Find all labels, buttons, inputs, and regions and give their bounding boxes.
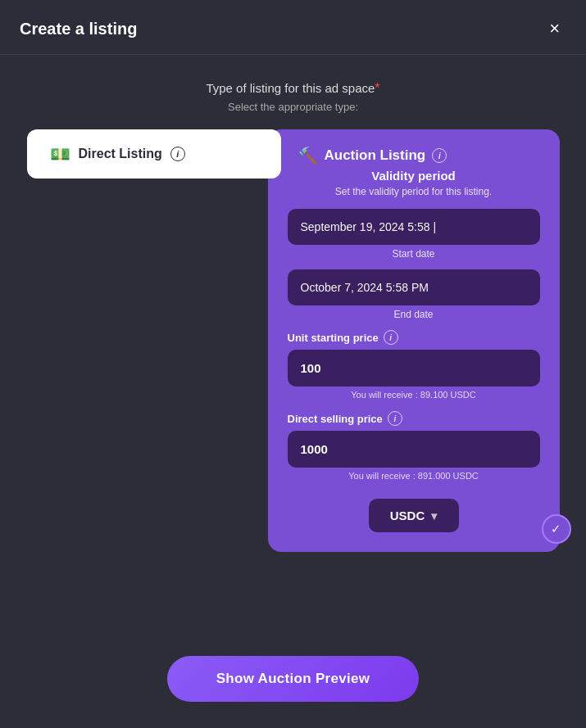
- modal-body: Type of listing for this ad space* Selec…: [0, 55, 586, 643]
- chevron-down-icon: ▾: [431, 509, 437, 522]
- section-label: Type of listing for this ad space*: [206, 81, 379, 96]
- show-auction-preview-button[interactable]: Show Auction Preview: [167, 656, 420, 702]
- auction-icon: 🔨: [298, 146, 318, 165]
- auction-info-icon[interactable]: i: [432, 148, 447, 163]
- unit-starting-price-label: Unit starting price i: [288, 330, 540, 345]
- validity-period-title: Validity period: [288, 169, 540, 183]
- end-date-input[interactable]: October 7, 2024 5:58 PM: [288, 269, 540, 305]
- listing-options: 💵 Direct Listing i 🔨 Auction Listing i V…: [27, 129, 560, 552]
- start-date-input[interactable]: September 19, 2024 5:58 |: [288, 209, 540, 245]
- unit-receive-text: You will receive : 89.100 USDC: [288, 390, 540, 400]
- required-star: *: [375, 81, 379, 95]
- unit-starting-price-input[interactable]: [288, 350, 540, 387]
- direct-selling-price-label: Direct selling price i: [288, 411, 540, 426]
- direct-listing-button[interactable]: 💵 Direct Listing i: [27, 129, 281, 179]
- auction-panel: 🔨 Auction Listing i Validity period Set …: [268, 129, 560, 552]
- start-date-label: Start date: [288, 248, 540, 260]
- money-icon: 💵: [50, 144, 70, 164]
- direct-listing-info-icon[interactable]: i: [170, 147, 185, 161]
- direct-selling-price-input[interactable]: [288, 431, 540, 468]
- modal-title: Create a listing: [20, 20, 137, 38]
- footer: Show Auction Preview: [0, 643, 586, 728]
- currency-selector[interactable]: USDC ▾: [369, 499, 459, 532]
- currency-label: USDC: [390, 509, 425, 522]
- checkmark-button[interactable]: ✓: [542, 514, 571, 544]
- direct-receive-text: You will receive : 891.000 USDC: [288, 471, 540, 481]
- close-button[interactable]: ×: [543, 16, 566, 41]
- auction-title: Auction Listing: [325, 147, 426, 164]
- modal-header: Create a listing ×: [0, 0, 586, 55]
- auction-panel-wrapper: 🔨 Auction Listing i Validity period Set …: [275, 129, 560, 552]
- unit-price-info-icon[interactable]: i: [384, 330, 398, 345]
- validity-period-desc: Set the validity period for this listing…: [288, 186, 540, 197]
- end-date-label: End date: [288, 309, 540, 320]
- section-sublabel: Select the appropriate type:: [228, 101, 358, 113]
- auction-header: 🔨 Auction Listing i: [288, 146, 540, 165]
- direct-listing-label: Direct Listing: [79, 147, 162, 161]
- direct-price-info-icon[interactable]: i: [388, 411, 402, 426]
